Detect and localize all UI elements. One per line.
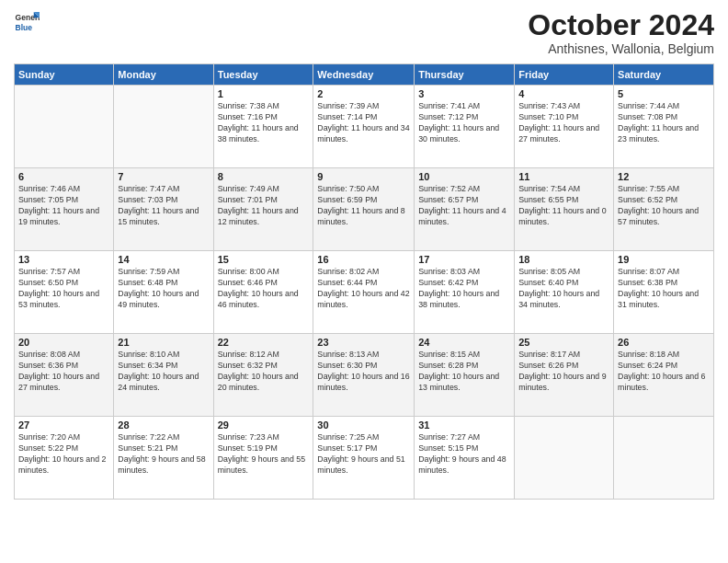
calendar-cell [15, 86, 114, 168]
calendar-cell: 29Sunrise: 7:23 AMSunset: 5:19 PMDayligh… [213, 417, 313, 500]
day-info: Sunrise: 7:22 AMSunset: 5:21 PMDaylight:… [118, 432, 209, 477]
calendar-cell: 6Sunrise: 7:46 AMSunset: 7:05 PMDaylight… [15, 168, 114, 251]
calendar-cell: 24Sunrise: 8:15 AMSunset: 6:28 PMDayligh… [415, 334, 515, 417]
day-info: Sunrise: 7:49 AMSunset: 7:01 PMDaylight:… [218, 184, 310, 228]
calendar-week-row: 20Sunrise: 8:08 AMSunset: 6:36 PMDayligh… [15, 334, 714, 417]
day-info: Sunrise: 7:47 AMSunset: 7:03 PMDaylight:… [118, 184, 209, 228]
generalblue-logo-icon: General Blue [14, 9, 40, 35]
calendar-cell: 18Sunrise: 8:05 AMSunset: 6:40 PMDayligh… [515, 251, 614, 334]
day-number: 30 [317, 419, 410, 431]
calendar-cell: 30Sunrise: 7:25 AMSunset: 5:17 PMDayligh… [313, 417, 415, 500]
day-info: Sunrise: 7:57 AMSunset: 6:50 PMDaylight:… [18, 267, 109, 311]
day-info: Sunrise: 8:18 AMSunset: 6:24 PMDaylight:… [618, 350, 710, 394]
calendar-cell: 5Sunrise: 7:44 AMSunset: 7:08 PMDaylight… [614, 86, 714, 168]
calendar-cell: 31Sunrise: 7:27 AMSunset: 5:15 PMDayligh… [415, 417, 515, 500]
calendar-cell: 16Sunrise: 8:02 AMSunset: 6:44 PMDayligh… [313, 251, 415, 334]
day-info: Sunrise: 7:44 AMSunset: 7:08 PMDaylight:… [618, 101, 710, 145]
calendar-cell: 11Sunrise: 7:54 AMSunset: 6:55 PMDayligh… [515, 168, 614, 251]
day-number: 17 [418, 254, 510, 265]
calendar-cell: 2Sunrise: 7:39 AMSunset: 7:14 PMDaylight… [313, 86, 415, 168]
day-number: 15 [218, 254, 310, 265]
day-info: Sunrise: 7:59 AMSunset: 6:48 PMDaylight:… [118, 267, 209, 311]
calendar-cell: 17Sunrise: 8:03 AMSunset: 6:42 PMDayligh… [415, 251, 515, 334]
day-of-week-tuesday: Tuesday [213, 64, 313, 86]
day-info: Sunrise: 7:55 AMSunset: 6:52 PMDaylight:… [618, 184, 710, 228]
calendar-cell: 15Sunrise: 8:00 AMSunset: 6:46 PMDayligh… [213, 251, 313, 334]
day-number: 5 [618, 88, 710, 99]
calendar-week-row: 27Sunrise: 7:20 AMSunset: 5:22 PMDayligh… [15, 417, 714, 500]
calendar-cell: 27Sunrise: 7:20 AMSunset: 5:22 PMDayligh… [15, 417, 114, 500]
day-info: Sunrise: 7:41 AMSunset: 7:12 PMDaylight:… [418, 101, 510, 145]
day-of-week-wednesday: Wednesday [313, 64, 415, 86]
day-number: 22 [218, 337, 310, 348]
day-number: 14 [118, 254, 209, 265]
header: General Blue October 2024 Anthisnes, Wal… [14, 9, 714, 56]
day-number: 4 [518, 88, 609, 99]
day-of-week-saturday: Saturday [614, 64, 714, 86]
calendar-cell: 14Sunrise: 7:59 AMSunset: 6:48 PMDayligh… [114, 251, 213, 334]
day-number: 12 [618, 171, 710, 182]
calendar-cell: 8Sunrise: 7:49 AMSunset: 7:01 PMDaylight… [213, 168, 313, 251]
day-number: 7 [118, 171, 209, 182]
calendar-cell: 20Sunrise: 8:08 AMSunset: 6:36 PMDayligh… [15, 334, 114, 417]
day-info: Sunrise: 7:23 AMSunset: 5:19 PMDaylight:… [218, 432, 310, 477]
day-info: Sunrise: 8:15 AMSunset: 6:28 PMDaylight:… [418, 350, 510, 394]
day-number: 29 [218, 419, 310, 431]
day-number: 13 [18, 254, 109, 265]
calendar-week-row: 1Sunrise: 7:38 AMSunset: 7:16 PMDaylight… [15, 86, 714, 168]
day-number: 27 [18, 419, 109, 431]
day-of-week-thursday: Thursday [415, 64, 515, 86]
day-info: Sunrise: 8:10 AMSunset: 6:34 PMDaylight:… [118, 350, 209, 394]
calendar-table: SundayMondayTuesdayWednesdayThursdayFrid… [14, 63, 714, 500]
day-info: Sunrise: 7:54 AMSunset: 6:55 PMDaylight:… [518, 184, 609, 228]
day-of-week-monday: Monday [114, 64, 213, 86]
calendar-cell: 9Sunrise: 7:50 AMSunset: 6:59 PMDaylight… [313, 168, 415, 251]
calendar-cell: 25Sunrise: 8:17 AMSunset: 6:26 PMDayligh… [515, 334, 614, 417]
day-number: 16 [317, 254, 410, 265]
day-info: Sunrise: 8:08 AMSunset: 6:36 PMDaylight:… [18, 350, 109, 394]
calendar-week-row: 13Sunrise: 7:57 AMSunset: 6:50 PMDayligh… [15, 251, 714, 334]
day-number: 3 [418, 88, 510, 99]
day-info: Sunrise: 7:20 AMSunset: 5:22 PMDaylight:… [18, 432, 109, 477]
calendar-header-row: SundayMondayTuesdayWednesdayThursdayFrid… [15, 64, 714, 86]
location: Anthisnes, Wallonia, Belgium [528, 41, 714, 56]
day-number: 31 [418, 419, 510, 431]
svg-text:Blue: Blue [16, 23, 33, 32]
day-number: 8 [218, 171, 310, 182]
calendar-cell: 1Sunrise: 7:38 AMSunset: 7:16 PMDaylight… [213, 86, 313, 168]
month-title: October 2024 [528, 9, 714, 41]
day-number: 18 [518, 254, 609, 265]
calendar-cell [614, 417, 714, 500]
day-number: 9 [317, 171, 410, 182]
day-of-week-sunday: Sunday [15, 64, 114, 86]
day-info: Sunrise: 8:13 AMSunset: 6:30 PMDaylight:… [317, 350, 410, 394]
day-info: Sunrise: 8:00 AMSunset: 6:46 PMDaylight:… [218, 267, 310, 311]
day-info: Sunrise: 8:03 AMSunset: 6:42 PMDaylight:… [418, 267, 510, 311]
day-number: 10 [418, 171, 510, 182]
day-number: 24 [418, 337, 510, 348]
calendar-cell [515, 417, 614, 500]
calendar-cell: 13Sunrise: 7:57 AMSunset: 6:50 PMDayligh… [15, 251, 114, 334]
calendar-cell: 22Sunrise: 8:12 AMSunset: 6:32 PMDayligh… [213, 334, 313, 417]
day-info: Sunrise: 7:38 AMSunset: 7:16 PMDaylight:… [218, 101, 310, 145]
calendar-cell: 7Sunrise: 7:47 AMSunset: 7:03 PMDaylight… [114, 168, 213, 251]
logo: General Blue [14, 9, 40, 35]
day-number: 20 [18, 337, 109, 348]
calendar-cell: 19Sunrise: 8:07 AMSunset: 6:38 PMDayligh… [614, 251, 714, 334]
title-block: October 2024 Anthisnes, Wallonia, Belgiu… [528, 9, 714, 56]
day-info: Sunrise: 8:12 AMSunset: 6:32 PMDaylight:… [218, 350, 310, 394]
day-number: 11 [518, 171, 609, 182]
calendar-cell: 4Sunrise: 7:43 AMSunset: 7:10 PMDaylight… [515, 86, 614, 168]
day-number: 25 [518, 337, 609, 348]
calendar-cell: 28Sunrise: 7:22 AMSunset: 5:21 PMDayligh… [114, 417, 213, 500]
calendar-cell: 26Sunrise: 8:18 AMSunset: 6:24 PMDayligh… [614, 334, 714, 417]
calendar-cell: 23Sunrise: 8:13 AMSunset: 6:30 PMDayligh… [313, 334, 415, 417]
calendar-week-row: 6Sunrise: 7:46 AMSunset: 7:05 PMDaylight… [15, 168, 714, 251]
day-number: 19 [618, 254, 710, 265]
calendar-cell: 10Sunrise: 7:52 AMSunset: 6:57 PMDayligh… [415, 168, 515, 251]
day-info: Sunrise: 8:02 AMSunset: 6:44 PMDaylight:… [317, 267, 410, 311]
day-info: Sunrise: 7:46 AMSunset: 7:05 PMDaylight:… [18, 184, 109, 228]
day-info: Sunrise: 8:05 AMSunset: 6:40 PMDaylight:… [518, 267, 609, 311]
day-number: 1 [218, 88, 310, 99]
day-number: 21 [118, 337, 209, 348]
